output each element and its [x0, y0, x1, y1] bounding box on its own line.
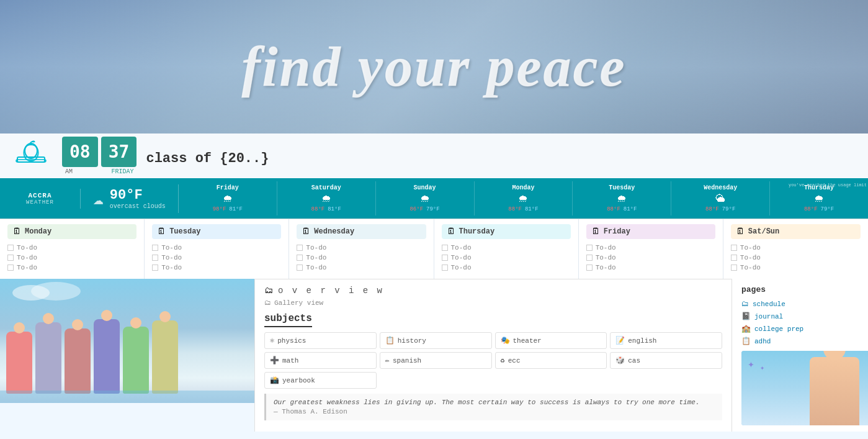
quote-box: Our greatest weakness lies in giving up.… — [264, 394, 722, 420]
weather-desc: overcast clouds — [110, 203, 166, 210]
monday-checkbox-3[interactable] — [7, 265, 14, 271]
adhd-label: adhd — [754, 338, 771, 345]
gallery-view-toggle[interactable]: 🗂 Gallery view — [264, 299, 722, 307]
weather-current-location: ACCRA WEATHER — [0, 189, 81, 209]
gallery-label: Gallery view — [274, 299, 323, 307]
monday-task-2[interactable]: To-do — [7, 254, 136, 261]
day-column-thursday: 🗓 Thursday To-do To-do To-do — [434, 219, 579, 279]
tuesday-checkbox-2[interactable] — [152, 255, 158, 261]
wednesday-checkbox-2[interactable] — [297, 255, 303, 261]
friday-header: 🗓 Friday — [586, 224, 715, 239]
subject-spanish[interactable]: ✏ spanish — [380, 352, 492, 369]
wednesday-checkbox-1[interactable] — [297, 245, 303, 251]
thursday-task-1[interactable]: To-do — [442, 244, 571, 251]
satSun-task-1[interactable]: To-do — [731, 244, 861, 251]
cas-label: cas — [628, 357, 640, 364]
subject-history[interactable]: 📋 history — [380, 332, 492, 349]
page-link-journal[interactable]: 📓 journal — [741, 312, 859, 321]
wednesday-task-2[interactable]: To-do — [297, 254, 426, 261]
friday-checkbox-2[interactable] — [586, 255, 593, 261]
satSun-task-2[interactable]: To-do — [731, 254, 861, 261]
friday-checkbox-1[interactable] — [586, 245, 593, 251]
monday-checkbox-1[interactable] — [7, 245, 14, 251]
friday-task-1[interactable]: To-do — [586, 244, 715, 251]
overview-header: 🗂 o v e r v i e w — [264, 286, 722, 296]
thursday-checkbox-1[interactable] — [442, 245, 448, 251]
wednesday-task-1[interactable]: To-do — [297, 244, 426, 251]
weather-temp-main: ☁ 90°F overcast clouds — [81, 184, 179, 213]
monday-task-3[interactable]: To-do — [7, 264, 136, 271]
weekly-tasks: 🗓 Monday To-do To-do To-do 🗓 Tuesday To-… — [0, 219, 868, 279]
satSun-header: 🗓 Sat/Sun — [731, 224, 861, 239]
thursday-checkbox-3[interactable] — [442, 265, 448, 271]
monday-header: 🗓 Monday — [7, 224, 136, 239]
subject-ecc[interactable]: ♻ ecc — [495, 352, 607, 369]
yearbook-label: yearbook — [282, 377, 315, 384]
adhd-icon: 📋 — [741, 337, 751, 346]
schedule-label: schedule — [753, 301, 785, 308]
usage-limit-notice: you've reached the usage limit — [789, 183, 867, 188]
thursday-task-3[interactable]: To-do — [442, 264, 571, 271]
physics-icon: ⚛ — [270, 336, 274, 345]
class-title: class of {20..} — [146, 151, 269, 166]
subjects-title: subjects — [264, 313, 312, 327]
tuesday-task-1[interactable]: To-do — [152, 244, 281, 251]
spanish-label: spanish — [393, 357, 421, 364]
friday-checkbox-3[interactable] — [586, 265, 593, 271]
subject-english[interactable]: 📝 english — [610, 332, 722, 349]
banner-title: find your peace — [242, 35, 627, 99]
thursday-checkbox-2[interactable] — [442, 255, 448, 261]
math-icon: ➕ — [270, 356, 279, 365]
subject-theater[interactable]: 🎭 theater — [495, 332, 607, 349]
weather-day-sunday: Sunday 🌧 86°F 79°F — [376, 181, 475, 215]
tuesday-checkbox-3[interactable] — [152, 265, 158, 271]
weather-day-thursday: you've reached the usage limit Thursday … — [770, 181, 868, 215]
thursday-header: 🗓 Thursday — [442, 224, 571, 239]
page-link-schedule[interactable]: 🗂 schedule — [741, 299, 859, 309]
satSun-task-3[interactable]: To-do — [731, 264, 861, 271]
clock-digits: 08 37 — [62, 137, 136, 167]
tuesday-checkbox-1[interactable] — [152, 245, 158, 251]
tuesday-task-2[interactable]: To-do — [152, 254, 281, 261]
monday-checkbox-2[interactable] — [7, 255, 14, 261]
top-info-row: 08 37 AM FRIDAY class of {20..} — [0, 134, 868, 178]
bottom-section: 🗂 o v e r v i e w 🗂 Gallery view subject… — [0, 279, 868, 432]
clock-label: AM FRIDAY — [62, 168, 136, 175]
satSun-calendar-icon: 🗓 — [736, 227, 745, 237]
tuesday-calendar-icon: 🗓 — [157, 227, 166, 237]
friday-task-2[interactable]: To-do — [586, 254, 715, 261]
subject-physics[interactable]: ⚛ physics — [264, 332, 377, 349]
logo-area — [12, 137, 50, 174]
thursday-task-2[interactable]: To-do — [442, 254, 571, 261]
wednesday-label: Wednesday — [314, 227, 354, 236]
subject-yearbook[interactable]: 📸 yearbook — [264, 372, 377, 389]
day-column-saturday-sunday: 🗓 Sat/Sun To-do To-do To-do — [723, 219, 868, 279]
history-label: history — [398, 337, 426, 345]
ecc-label: ecc — [508, 357, 521, 364]
college-prep-icon: 🏫 — [741, 324, 751, 333]
subject-math[interactable]: ➕ math — [264, 352, 377, 369]
subject-cas[interactable]: 🎲 cas — [610, 352, 722, 369]
page-link-adhd[interactable]: 📋 adhd — [741, 337, 859, 346]
friday-task-3[interactable]: To-do — [586, 264, 715, 271]
theater-icon: 🎭 — [501, 336, 510, 345]
satSun-checkbox-3[interactable] — [731, 265, 737, 271]
monday-label: Monday — [25, 227, 51, 236]
thursday-calendar-icon: 🗓 — [447, 227, 455, 237]
spanish-icon: ✏ — [385, 356, 390, 365]
wednesday-header: 🗓 Wednesday — [297, 224, 426, 239]
monday-task-1[interactable]: To-do — [7, 244, 136, 251]
page-link-college-prep[interactable]: 🏫 college prep — [741, 324, 859, 333]
clock-hours: 08 — [62, 137, 98, 167]
overview-icon: 🗂 — [264, 286, 273, 296]
weather-forecast: Friday 🌧 98°F 81°F Saturday 🌧 88°F 81°F … — [179, 181, 868, 215]
physics-label: physics — [277, 337, 306, 345]
wednesday-checkbox-3[interactable] — [297, 265, 303, 271]
satSun-checkbox-1[interactable] — [731, 245, 737, 251]
wednesday-task-3[interactable]: To-do — [297, 264, 426, 271]
weather-day-friday: Friday 🌧 98°F 81°F — [179, 181, 277, 215]
quote-text: Our greatest weakness lies in giving up.… — [274, 399, 715, 406]
satSun-checkbox-2[interactable] — [731, 255, 737, 261]
clock-day: FRIDAY — [111, 168, 133, 175]
tuesday-task-3[interactable]: To-do — [152, 264, 281, 271]
